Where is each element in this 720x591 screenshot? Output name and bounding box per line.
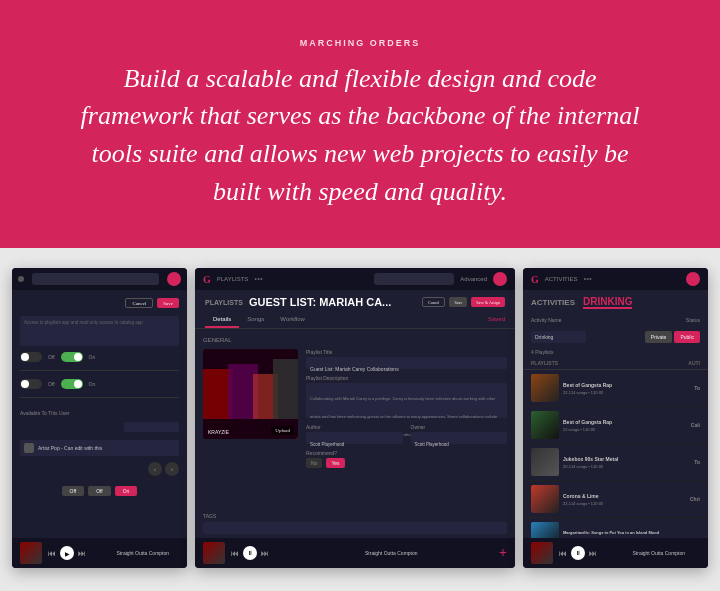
center-cancel-button[interactable]: Cancel	[422, 297, 445, 307]
right-arrow-button[interactable]: ›	[165, 462, 179, 476]
prev-button[interactable]: ⏮	[48, 549, 56, 558]
center-player-controls: ⏮ ⏸ ⏭	[231, 546, 359, 560]
bottom-btn-1[interactable]: Off	[62, 486, 85, 496]
playlist-extra-2: Cali	[670, 422, 700, 428]
left-arrow-button[interactable]: ‹	[148, 462, 162, 476]
public-button[interactable]: Public	[674, 331, 700, 343]
center-body: GENERAL	[195, 329, 515, 509]
recommend-yes[interactable]: Yes	[326, 458, 344, 468]
right-player-bar: ⏮ ⏸ ⏭ Straight Outta Compton	[523, 538, 708, 568]
album-cover: KRAYZIE Upload	[203, 349, 298, 439]
author-field: Author Scott Playerhood	[306, 424, 403, 444]
recommended-options: No Yes	[306, 458, 507, 468]
status-toggle: Private Public	[645, 331, 700, 343]
playlist-info-4: Corona & Lime 22-114 songs • 110:00	[563, 493, 666, 506]
owner-input[interactable]: Scott Playerhood	[411, 432, 508, 444]
recommend-no[interactable]: No	[306, 458, 322, 468]
list-item[interactable]: Best of Gangsta Rap 22-114 songs • 110:0…	[523, 370, 708, 407]
left-divider-2	[20, 397, 179, 398]
tab-songs[interactable]: Songs	[239, 312, 272, 328]
hero-label: MARCHING ORDERS	[300, 38, 421, 48]
tags-label: TAGS	[203, 513, 507, 519]
author-input[interactable]: Scott Playerhood	[306, 432, 403, 444]
center-prev-button[interactable]: ⏮	[231, 549, 239, 558]
left-description-text: Access to playlists app and read only ac…	[24, 320, 175, 325]
left-divider-1	[20, 370, 179, 371]
center-player-thumb	[203, 542, 225, 564]
left-avatar[interactable]	[167, 272, 181, 286]
bottom-btn-3[interactable]: On	[115, 486, 138, 496]
recommended-label: Recommend?	[306, 450, 507, 456]
tab-workflow[interactable]: Workflow	[272, 312, 313, 328]
center-avatar[interactable]	[493, 272, 507, 286]
author-owner-row: Author Scott Playerhood Owner Scott Play…	[306, 424, 507, 444]
activities-tab[interactable]: ACTIVITIES	[531, 298, 575, 307]
playlist-description-field: Playlist Description Collaborating with …	[306, 375, 507, 418]
artist-thumbnail	[24, 443, 34, 453]
left-cancel-button[interactable]: Cancel	[125, 298, 153, 308]
playlists-header: PLAYLISTS AUTI	[523, 357, 708, 370]
left-toggle-3[interactable]	[20, 379, 42, 389]
left-save-button[interactable]: Save	[157, 298, 179, 308]
center-mockup: G PLAYLISTS ••• Advanced PLAYLISTS GUEST…	[195, 268, 515, 568]
left-artist-item[interactable]: Artist Pop - Can edit with this	[20, 440, 179, 456]
playlist-title-input[interactable]: Guest List: Mariah Carey Collaborations	[306, 357, 507, 369]
center-tabs: Details Songs Workflow Saved	[195, 312, 515, 329]
activity-dropdown[interactable]: Drinking	[531, 331, 586, 343]
drinking-tab[interactable]: DRINKING	[583, 296, 632, 309]
right-next-button[interactable]: ⏭	[589, 549, 597, 558]
svg-text:KRAYZIE: KRAYZIE	[208, 429, 230, 435]
left-toggle-4[interactable]	[61, 379, 83, 389]
tags-input[interactable]	[203, 522, 507, 534]
activity-name-label: Activity Name	[531, 317, 562, 323]
center-save-assign-button[interactable]: Save & Assign	[471, 297, 505, 307]
right-topbar: G ACTIVITIES •••	[523, 268, 708, 290]
right-avatar[interactable]	[686, 272, 700, 286]
right-play-button[interactable]: ⏸	[571, 546, 585, 560]
playlist-detail-4: 22-114 songs • 110:00	[563, 501, 666, 506]
play-button[interactable]: ▶	[60, 546, 74, 560]
list-item[interactable]: Jukebox 90s Star Metal 20-114 songs • 11…	[523, 444, 708, 481]
center-player-add[interactable]: +	[499, 545, 507, 561]
author-value: Scott Playerhood	[310, 442, 344, 447]
owner-value: Scott Playerhood	[415, 442, 449, 447]
playlist-title-value: Guest List: Mariah Carey Collaborations	[310, 366, 399, 372]
center-next-button[interactable]: ⏭	[261, 549, 269, 558]
tab-details[interactable]: Details	[205, 312, 239, 328]
center-search-bar[interactable]	[374, 273, 454, 285]
left-player-bar: ⏮ ▶ ⏭ Straight Outta Compton	[12, 538, 187, 568]
list-item[interactable]: Best of Gangsta Rap 22 songs • 110:00 Ca…	[523, 407, 708, 444]
upload-button[interactable]: Upload	[271, 426, 294, 435]
right-section-label: ACTIVITIES	[545, 276, 578, 282]
private-button[interactable]: Private	[645, 331, 673, 343]
right-player-controls: ⏮ ⏸ ⏭	[559, 546, 627, 560]
toggle-label-on: On	[89, 354, 96, 360]
list-item[interactable]: Corona & Lime 22-114 songs • 110:00 Chri	[523, 481, 708, 518]
playlist-description-textarea[interactable]: Collaborating with Mariah Carey is a pri…	[306, 383, 507, 418]
left-player-thumb	[20, 542, 42, 564]
playlist-name-4: Corona & Lime	[563, 493, 666, 499]
playlist-info-5: Margaritaville: Songs to Put You in an I…	[563, 530, 666, 538]
left-player-controls: ⏮ ▶ ⏭	[48, 546, 111, 560]
playlist-list: Best of Gangsta Rap 22-114 songs • 110:0…	[523, 370, 708, 538]
right-prev-button[interactable]: ⏮	[559, 549, 567, 558]
left-description-box[interactable]: Access to playlists app and read only ac…	[20, 316, 179, 346]
center-play-button[interactable]: ⏸	[243, 546, 257, 560]
list-item[interactable]: Margaritaville: Songs to Put You in an I…	[523, 518, 708, 538]
left-search-row	[20, 422, 179, 432]
center-header: PLAYLISTS GUEST LIST: MARIAH CA... Cance…	[195, 290, 515, 312]
left-toggle-1[interactable]	[20, 352, 42, 362]
right-controls: Drinking Private Public	[523, 327, 708, 347]
next-button[interactable]: ⏭	[78, 549, 86, 558]
toggle-thumb-4	[74, 380, 82, 388]
left-toggle-2[interactable]	[61, 352, 83, 362]
left-inner-search[interactable]	[124, 422, 179, 432]
toggle-thumb-3	[21, 380, 29, 388]
right-mockup: G ACTIVITIES ••• ACTIVITIES DRINKING Act…	[523, 268, 708, 568]
left-search-bar[interactable]	[32, 273, 159, 285]
center-advanced[interactable]: Advanced	[460, 276, 487, 282]
center-save-button[interactable]: Save	[449, 297, 467, 307]
playlist-name-3: Jukebox 90s Star Metal	[563, 456, 666, 462]
bottom-btn-2[interactable]: Off	[88, 486, 111, 496]
left-action-buttons: Cancel Save	[20, 298, 179, 308]
